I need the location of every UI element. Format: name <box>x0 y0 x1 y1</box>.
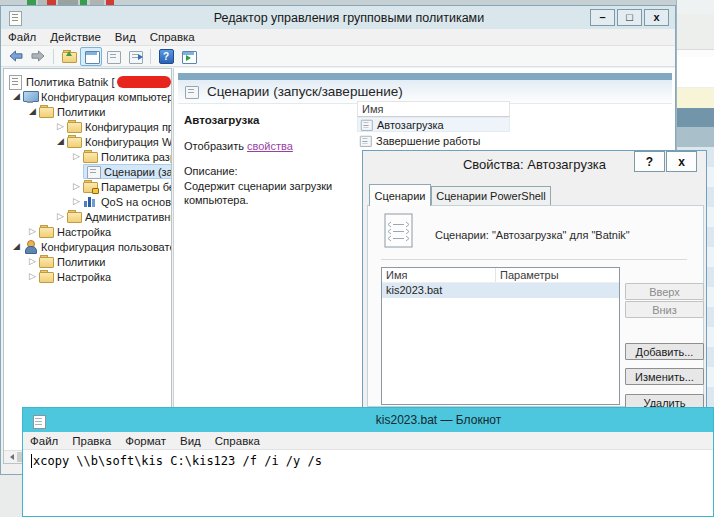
startup-properties-dialog: Свойства: Автозагрузка ? x Сценарии Сцен… <box>362 150 707 408</box>
list-item-startup[interactable]: Автозагрузка <box>357 117 510 132</box>
tree-item-name-resolution-policy[interactable]: Политика разреш <box>4 149 171 164</box>
gpo-window-icon <box>8 11 23 24</box>
document-window-icon[interactable] <box>102 47 124 66</box>
background-band <box>677 88 714 108</box>
pane-title: Сценарии (запуск/завершение) <box>207 84 403 99</box>
tree-item-policy-root[interactable]: Политика Batnik [ <box>4 74 171 89</box>
maximize-button[interactable]: □ <box>617 9 642 26</box>
expander-collapsed-icon[interactable] <box>56 210 67 223</box>
console-window-icon[interactable] <box>80 47 102 66</box>
name-column-header[interactable]: Имя <box>357 101 510 117</box>
notepad-title: kis2023.bat — Блокнот <box>46 413 713 427</box>
gpo-icon <box>8 75 23 88</box>
scroll-left-button[interactable] <box>4 451 17 463</box>
window-controls: – □ x <box>590 9 669 26</box>
console-tree: Политика Batnik [ Конфигурация компьютер… <box>4 69 171 284</box>
script-row-kis2023[interactable]: kis2023.bat <box>382 283 619 298</box>
back-arrow-icon[interactable] <box>5 47 27 66</box>
script-icon <box>359 135 372 146</box>
console-tree-pane: Политика Batnik [ Конфигурация компьютер… <box>3 68 172 464</box>
expander-collapsed-icon[interactable] <box>28 270 39 283</box>
tree-item-user-preferences[interactable]: Настройка <box>4 269 171 284</box>
move-down-button[interactable]: Вниз <box>625 301 704 318</box>
folder-icon <box>39 255 54 268</box>
show-window-icon[interactable] <box>177 47 199 66</box>
tree-item-computer-configuration[interactable]: Конфигурация компьютер <box>4 89 171 104</box>
tree-item-security-settings[interactable]: Параметры безо <box>4 179 171 194</box>
notepad-titlebar[interactable]: kis2023.bat — Блокнот <box>23 408 713 432</box>
edit-button[interactable]: Изменить... <box>625 368 704 385</box>
background-band <box>677 14 714 50</box>
dialog-close-button[interactable]: x <box>666 151 697 172</box>
folder-icon <box>83 150 98 163</box>
background-band <box>677 108 714 127</box>
expander-collapsed-icon[interactable] <box>28 225 39 238</box>
qos-chart-icon <box>83 195 98 208</box>
notepad-menu-format[interactable]: Формат <box>118 434 173 448</box>
tree-selection-highlight: Сценарии (запус <box>83 164 172 179</box>
folder-icon <box>39 105 54 118</box>
notepad-menu-view[interactable]: Вид <box>173 434 208 448</box>
scripts-list[interactable]: Имя Параметры kis2023.bat <box>381 267 620 405</box>
expander-expanded-icon[interactable] <box>28 105 39 118</box>
tree-item-windows-settings[interactable]: Конфигурация Winc <box>4 134 171 149</box>
menu-help[interactable]: Справка <box>143 30 202 44</box>
dialog-help-button[interactable]: ? <box>634 151 665 172</box>
forward-arrow-icon[interactable] <box>27 47 49 66</box>
expander-expanded-icon[interactable] <box>12 240 23 253</box>
add-button[interactable]: Добавить... <box>625 343 704 360</box>
redaction-marker <box>117 76 171 88</box>
notepad-menu-file[interactable]: Файл <box>23 434 65 448</box>
notepad-icon <box>31 414 46 427</box>
close-button[interactable]: x <box>644 9 669 26</box>
notepad-menu-help[interactable]: Справка <box>208 434 267 448</box>
toolbar-separator <box>53 49 54 64</box>
display-properties-row: Отобразить свойства <box>184 140 293 152</box>
folder-up-icon[interactable] <box>58 47 80 66</box>
tree-item-scripts-selected[interactable]: Сценарии (запус <box>4 164 171 179</box>
notepad-menu-edit[interactable]: Правка <box>65 434 118 448</box>
tree-item-policies[interactable]: Политики <box>4 104 171 119</box>
expander-collapsed-icon[interactable] <box>28 255 39 268</box>
menu-view[interactable]: Вид <box>108 30 143 44</box>
pane-header-band <box>178 73 672 80</box>
computer-icon <box>23 90 38 103</box>
export-list-icon[interactable] <box>124 47 146 66</box>
list-item-shutdown[interactable]: Завершение работы <box>357 133 510 148</box>
move-up-button[interactable]: Вверх <box>625 283 704 300</box>
tree-item-user-policies[interactable]: Политики <box>4 254 171 269</box>
background-band <box>677 127 714 147</box>
notepad-text-area[interactable]: xcopy \\b\soft\kis C:\kis123 /f /i /y /s <box>23 450 713 468</box>
expander-expanded-icon[interactable] <box>12 90 23 103</box>
properties-link[interactable]: свойства <box>247 140 293 152</box>
dialog-titlebar[interactable]: Свойства: Автозагрузка ? x <box>363 151 706 177</box>
editor-titlebar[interactable]: Редактор управления групповыми политикам… <box>1 6 675 29</box>
column-parameters[interactable]: Параметры <box>496 268 559 282</box>
expander-collapsed-icon[interactable] <box>56 120 67 133</box>
help-icon[interactable]: ? <box>155 47 177 66</box>
description-label: Описание: <box>184 165 238 177</box>
tree-item-software-settings[interactable]: Конфигурация прог <box>4 119 171 134</box>
tree-item-preferences[interactable]: Настройка <box>4 224 171 239</box>
editor-menubar: Файл Действие Вид Справка <box>1 29 675 46</box>
tree-item-administrative-templates[interactable]: Административные <box>4 209 171 224</box>
tree-item-user-configuration[interactable]: Конфигурация пользовате <box>4 239 171 254</box>
dialog-caption: Сценарии: "Автозагрузка" для "Batnik" <box>435 229 630 241</box>
folder-icon <box>67 135 82 148</box>
description-text: Содержит сценарии загрузки компьютера. <box>184 179 336 207</box>
menu-file[interactable]: Файл <box>1 30 43 44</box>
scripts-list-header: Имя Параметры <box>382 268 619 283</box>
tree-item-policy-based-qos[interactable]: QoS на основе п <box>4 194 171 209</box>
column-name[interactable]: Имя <box>382 268 496 282</box>
expander-collapsed-icon[interactable] <box>72 150 83 163</box>
tab-powershell-scripts[interactable]: Сценарии PowerShell <box>431 186 551 206</box>
scripts-icon <box>86 165 101 178</box>
expander-collapsed-icon[interactable] <box>72 180 83 193</box>
menu-action[interactable]: Действие <box>43 30 108 44</box>
notepad-text: xcopy \\b\soft\kis C:\kis123 /f /i /y /s <box>33 454 322 468</box>
minimize-button[interactable]: – <box>590 9 615 26</box>
user-icon <box>23 240 38 253</box>
expander-expanded-icon[interactable] <box>56 135 67 148</box>
tab-scripts[interactable]: Сценарии <box>369 184 431 206</box>
expander-collapsed-icon[interactable] <box>72 195 83 208</box>
